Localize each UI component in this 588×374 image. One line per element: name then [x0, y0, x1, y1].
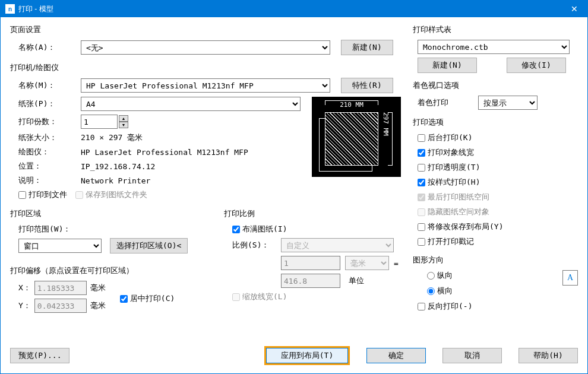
range-label: 打印范围(W)： [18, 224, 71, 234]
printer-title: 打印机/绘图仪 [10, 62, 407, 73]
options-group: 打印选项 后台打印(K) 打印对象线宽 打印透明度(T) 按样式打印(H) 最后… [413, 117, 578, 251]
offset-y-input [34, 299, 87, 313]
shade-select[interactable]: 按显示 [478, 96, 538, 110]
print-area-title: 打印区域 [10, 208, 206, 219]
print-scale-title: 打印比例 [224, 208, 407, 219]
paper-size-value: 210 × 297 毫米 [81, 132, 143, 143]
shade-group: 着色视口选项 着色打印 按显示 [413, 80, 578, 113]
opt-paperspace-last: 最后打印图纸空间 [418, 192, 578, 202]
close-icon[interactable]: ✕ [561, 1, 587, 17]
orientation-group: 图形方向 纵向 横向 A 反向打印(-) [413, 255, 578, 312]
opt-stamp[interactable]: 打开打印戳记 [418, 236, 578, 247]
page-setup-name-select[interactable]: <无> [81, 40, 330, 55]
fit-paper-checkbox[interactable]: 布满图纸(I) [232, 224, 287, 234]
desc-label: 说明： [18, 175, 81, 186]
print-offset-title: 打印偏移（原点设置在可打印区域） [10, 265, 206, 276]
offset-y-unit: 毫米 [90, 300, 106, 311]
location-label: 位置： [18, 161, 81, 172]
style-select[interactable]: Monochrome.ctb [418, 40, 570, 54]
dialog-body: 页面设置 名称(A)： <无> 新建(N) 打印机/绘图仪 名称(M)： HP … [1, 17, 587, 346]
app-icon: n [5, 4, 15, 14]
opt-hide-paperspace: 隐藏图纸空间对象 [418, 207, 578, 217]
help-button[interactable]: 帮助(H) [519, 348, 578, 363]
titlebar: n 打印 - 模型 ✕ [1, 1, 587, 17]
select-area-button[interactable]: 选择打印区域(O)< [110, 238, 188, 253]
page-setup-group: 页面设置 名称(A)： <无> 新建(N) [10, 24, 407, 59]
ratio-select: 自定义 [281, 238, 394, 252]
style-edit-button[interactable]: 修改(I) [507, 58, 566, 73]
window-title: 打印 - 模型 [18, 4, 561, 14]
apply-layout-highlight: 应用到布局(T) [264, 346, 350, 365]
paper-preview: 210 MM 297 MM [312, 97, 401, 177]
orientation-title: 图形方向 [413, 255, 578, 265]
scale-lw-checkbox: 缩放线宽(L) [232, 291, 287, 302]
preview-dim-right: 297 MM [382, 112, 393, 166]
eq-label: = [394, 259, 399, 268]
dialog-footer: 预览(P)... 应用到布局(T) 确定 取消 帮助(H) [1, 346, 587, 373]
print-offset-group: 打印偏移（原点设置在可打印区域） X： 毫米 Y： 毫米 [10, 265, 206, 316]
left-column: 页面设置 名称(A)： <无> 新建(N) 打印机/绘图仪 名称(M)： HP … [10, 24, 407, 340]
opt-transparency[interactable]: 打印透明度(T) [418, 162, 578, 173]
orient-portrait-radio[interactable]: 纵向 [427, 270, 562, 281]
opt-background-print[interactable]: 后台打印(K) [418, 132, 578, 143]
preview-button[interactable]: 预览(P)... [10, 348, 69, 363]
paper-select[interactable]: A4 [81, 97, 301, 111]
desc-value: Network Printer [81, 176, 150, 185]
offset-y-label: Y： [18, 300, 31, 311]
cancel-button[interactable]: 取消 [442, 348, 502, 363]
plotter-label: 绘图仪： [18, 147, 81, 157]
scale-unit1-select: 毫米 [345, 256, 389, 270]
offset-x-label: X： [18, 283, 31, 293]
paper-label: 纸张(P)： [18, 99, 81, 109]
opt-save-layout[interactable]: 将修改保存到布局(Y) [418, 221, 578, 232]
location-value: IP_192.168.74.12 [81, 162, 155, 171]
right-column: 打印样式表 Monochrome.ctb 新建(N) 修改(I) 着色视口选项 … [413, 24, 578, 340]
plotter-value: HP LaserJet Professional M1213nf MFP [81, 148, 248, 157]
shade-title: 着色视口选项 [413, 80, 578, 91]
style-new-button[interactable]: 新建(N) [418, 58, 477, 73]
offset-x-input [34, 281, 87, 295]
orientation-icon: A [562, 270, 578, 286]
style-group: 打印样式表 Monochrome.ctb 新建(N) 修改(I) [413, 24, 578, 77]
printer-props-button[interactable]: 特性(R) [341, 78, 393, 93]
print-to-file-checkbox[interactable]: 打印到文件 [18, 189, 67, 200]
center-print-checkbox[interactable]: 居中打印(C) [120, 293, 175, 304]
opt-by-style[interactable]: 按样式打印(H) [418, 177, 578, 188]
ratio-label: 比例(S)： [232, 240, 276, 251]
options-title: 打印选项 [413, 117, 578, 128]
paper-size-label: 纸张大小： [18, 132, 81, 143]
page-setup-title: 页面设置 [10, 24, 407, 35]
offset-x-unit: 毫米 [90, 283, 106, 293]
printer-group: 打印机/绘图仪 名称(M)： HP LaserJet Professional … [10, 62, 407, 204]
reverse-print-checkbox[interactable]: 反向打印(-) [418, 301, 578, 312]
copies-label: 打印份数： [18, 116, 81, 127]
ok-button[interactable]: 确定 [366, 348, 426, 363]
printer-name-label: 名称(M)： [18, 80, 81, 91]
shade-label: 着色打印 [418, 97, 448, 108]
page-setup-name-label: 名称(A)： [18, 42, 81, 53]
printer-name-select[interactable]: HP LaserJet Professional M1213nf MFP [81, 78, 330, 93]
save-to-folder-checkbox: 保存到图纸文件夹 [75, 189, 147, 200]
scale-num1-input [281, 256, 340, 270]
copies-spinner[interactable]: ▲▼ [119, 115, 128, 128]
apply-layout-button[interactable]: 应用到布局(T) [266, 348, 348, 363]
page-setup-new-button[interactable]: 新建(N) [341, 40, 393, 55]
scale-num2-input [281, 274, 340, 288]
print-scale-group: 打印比例 布满图纸(I) 比例(S)： 自定义 毫米 = [224, 208, 407, 306]
preview-dim-top: 210 MM [325, 100, 378, 109]
style-title: 打印样式表 [413, 24, 578, 35]
orient-landscape-radio[interactable]: 横向 [427, 286, 562, 296]
print-dialog: n 打印 - 模型 ✕ 页面设置 名称(A)： <无> 新建(N) 打印机/绘图… [0, 0, 588, 374]
opt-lineweight[interactable]: 打印对象线宽 [418, 147, 578, 158]
scale-unit2-label: 单位 [345, 275, 389, 286]
range-select[interactable]: 窗口 [18, 239, 102, 253]
copies-input[interactable] [81, 115, 118, 129]
